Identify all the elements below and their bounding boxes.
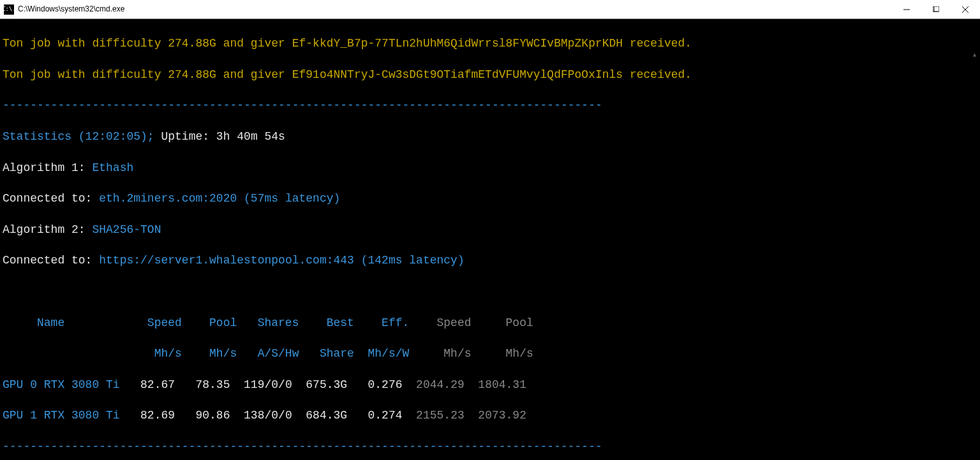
log-line: Ton job with difficulty 274.88G and give… bbox=[3, 67, 977, 82]
algo-label: Algorithm 1: bbox=[3, 161, 92, 174]
gpu-row: 2155.23 2073.92 bbox=[403, 409, 526, 422]
connected-value: eth.2miners.com:2020 (57ms latency) bbox=[99, 192, 340, 205]
algo-name: Ethash bbox=[92, 161, 133, 174]
table-header: Mh/s Mh/s bbox=[409, 347, 533, 360]
connected-label: Connected to: bbox=[3, 192, 99, 205]
table-header: Mh/s Mh/s A/S/Hw Share Mh/s/W bbox=[3, 347, 409, 360]
gpu-row: 2044.29 1804.31 bbox=[403, 378, 526, 391]
uptime: Uptime: 3h 40m 54s bbox=[161, 130, 285, 143]
table-header: Name Speed Pool Shares Best Eff. bbox=[3, 316, 409, 329]
separator: ----------------------------------------… bbox=[3, 439, 977, 454]
algo-name: SHA256-TON bbox=[92, 223, 161, 236]
gpu-row: GPU 1 RTX 3080 Ti bbox=[3, 409, 120, 422]
window-titlebar: C:\. C:\Windows\system32\cmd.exe bbox=[0, 0, 980, 19]
close-button[interactable] bbox=[951, 0, 980, 19]
terminal-output[interactable]: Ton job with difficulty 274.88G and give… bbox=[0, 19, 980, 460]
cmd-icon: C:\. bbox=[4, 4, 14, 15]
log-line: Ton job with difficulty 274.88G and give… bbox=[3, 36, 977, 51]
table-header: Speed Pool bbox=[409, 316, 533, 329]
stats-header: Statistics (12:02:05); bbox=[3, 130, 161, 143]
connected-label: Connected to: bbox=[3, 254, 99, 267]
minimize-button[interactable] bbox=[892, 0, 921, 19]
connected-value: https://server1.whalestonpool.com:443 (1… bbox=[99, 254, 464, 267]
maximize-button[interactable] bbox=[921, 0, 951, 19]
gpu-row: GPU 0 RTX 3080 Ti bbox=[3, 378, 120, 391]
gpu-row: 82.67 78.35 119/0/0 675.3G 0.276 bbox=[120, 378, 403, 391]
window-title: C:\Windows\system32\cmd.exe bbox=[18, 4, 124, 14]
algo-label: Algorithm 2: bbox=[3, 223, 92, 236]
scrollbar[interactable]: ▲ bbox=[969, 19, 980, 460]
svg-rect-2 bbox=[934, 6, 939, 11]
separator: ----------------------------------------… bbox=[3, 98, 977, 113]
gpu-row: 82.69 90.86 138/0/0 684.3G 0.274 bbox=[120, 409, 403, 422]
scroll-up-icon[interactable]: ▲ bbox=[969, 50, 980, 61]
